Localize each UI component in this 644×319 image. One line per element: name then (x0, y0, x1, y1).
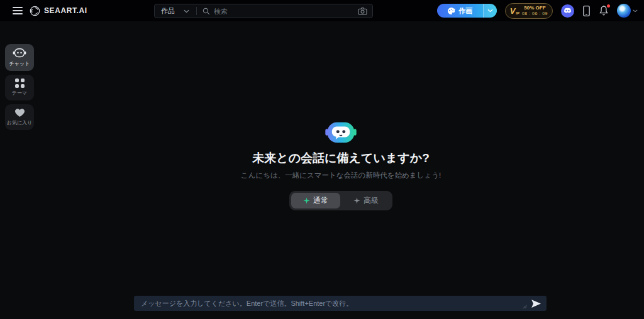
chevron-down-icon (184, 9, 189, 13)
search-input[interactable] (214, 8, 358, 15)
logo-mark-icon (30, 6, 40, 16)
create-dropdown-caret[interactable] (483, 4, 497, 18)
welcome-title: 未来との会話に備えていますか? (252, 150, 430, 166)
sidebar-item-chat[interactable]: チャット (5, 44, 34, 71)
message-input[interactable] (141, 296, 523, 311)
send-icon (531, 299, 541, 308)
create-button-label: 作画 (458, 6, 472, 16)
vip-countdown: 08 : 06 : 09 (522, 11, 548, 16)
sidebar: チャット テーマ お気に入り (5, 44, 34, 130)
user-avatar[interactable] (617, 4, 631, 18)
discord-button[interactable] (561, 4, 574, 18)
sidebar-item-label: チャット (9, 60, 30, 67)
mode-toggle: 通常 高級 (289, 191, 392, 210)
chat-robot-icon (13, 48, 26, 58)
mobile-app-button[interactable] (582, 5, 591, 17)
chevron-down-icon (487, 9, 493, 13)
sidebar-item-label: お気に入り (7, 119, 33, 126)
sidebar-item-favorites[interactable]: お気に入り (5, 104, 34, 130)
palette-icon (447, 7, 455, 15)
seaart-chat-app: SEAART.AI 作品 (0, 0, 644, 319)
search-bar: 作品 (154, 4, 373, 18)
category-dropdown[interactable]: 作品 (160, 6, 191, 16)
vip-icon: VIP (510, 7, 519, 15)
chevron-down-icon (633, 9, 638, 13)
vip-discount: 50% OFF (524, 5, 545, 11)
category-label: 作品 (161, 6, 175, 16)
notification-dot (607, 4, 610, 8)
welcome-subtitle: こんにちは、一緒にスマートな会話の新時代を始めましょう! (241, 171, 441, 180)
logo-text: SEAART.AI (44, 6, 87, 15)
image-search-button[interactable] (358, 7, 367, 15)
mobile-phone-icon (582, 5, 591, 17)
create-button[interactable]: 作画 (437, 4, 497, 18)
mode-normal-button[interactable]: 通常 (291, 193, 340, 208)
topbar-left: SEAART.AI (13, 6, 87, 16)
menu-icon[interactable] (13, 7, 23, 14)
sparkle-icon (353, 197, 360, 204)
camera-icon (358, 7, 367, 15)
mode-advanced-button[interactable]: 高級 (341, 193, 391, 208)
chatbot-mascot-icon (325, 121, 357, 144)
heart-icon (14, 108, 25, 117)
sidebar-item-theme[interactable]: テーマ (5, 75, 34, 100)
search-divider (196, 7, 197, 15)
send-button[interactable] (531, 299, 541, 308)
mode-label: 高級 (364, 195, 379, 206)
vip-offer: 50% OFF 08 : 06 : 09 (522, 5, 548, 16)
sidebar-item-label: テーマ (12, 90, 27, 97)
chat-welcome: 未来との会話に備えていますか? こんにちは、一緒にスマートな会話の新時代を始めま… (38, 121, 644, 210)
sparkle-icon (303, 197, 310, 204)
logo[interactable]: SEAART.AI (30, 6, 87, 16)
notifications-button[interactable] (599, 5, 609, 16)
resize-handle[interactable] (523, 305, 527, 309)
create-button-main[interactable]: 作画 (437, 4, 483, 18)
discord-icon (561, 4, 574, 18)
vip-badge[interactable]: VIP 50% OFF 08 : 06 : 09 (505, 3, 553, 19)
search-icon (203, 8, 210, 15)
topbar-right: 作画 VIP 50% OFF 08 : 06 : 09 (437, 0, 638, 21)
theme-grid-icon (15, 78, 25, 88)
mode-label: 通常 (313, 195, 328, 206)
user-menu[interactable] (617, 4, 638, 18)
topbar: SEAART.AI 作品 (0, 0, 644, 21)
message-composer (134, 296, 547, 311)
